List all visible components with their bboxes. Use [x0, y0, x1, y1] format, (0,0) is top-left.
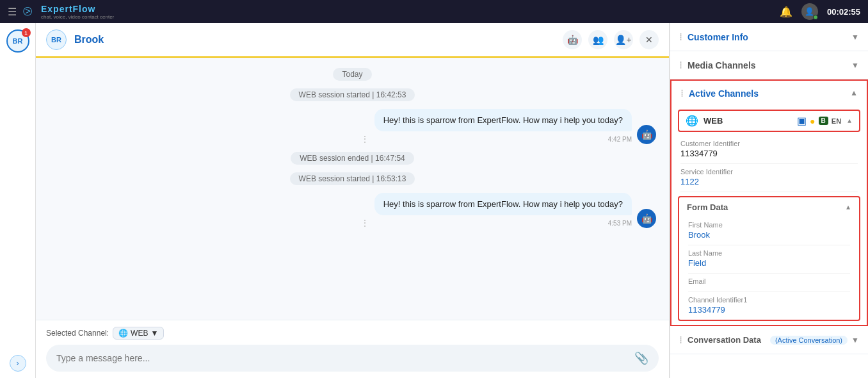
channel-id-value: 11334779	[688, 305, 850, 315]
bell-icon[interactable]: 🔔	[780, 6, 792, 18]
email-label: Email	[688, 277, 850, 285]
email-block: Email	[679, 274, 859, 292]
bot-avatar-1: 🤖	[637, 125, 656, 144]
customer-info-section: ⁞ Customer Info ▼	[670, 23, 868, 51]
media-channels-title: Media Channels	[687, 60, 756, 70]
channel-dropdown-icon[interactable]: ▼	[150, 329, 158, 338]
session-label-2: WEB session ended | 16:47:54	[291, 152, 414, 165]
bot-icon-button[interactable]: 🤖	[563, 30, 582, 49]
channel-selector: Selected Channel: 🌐 WEB ▼	[46, 327, 659, 340]
channel-id-label: Channel Identifier1	[688, 296, 850, 304]
message-bubble-2: Hey! this is sparrow from ExpertFlow. Ho…	[374, 193, 632, 215]
active-channels-title: Active Channels	[689, 88, 759, 99]
service-identifier-label: Service Identifier	[680, 168, 858, 176]
message-row-1: ⋮ Hey! this is sparrow from ExpertFlow. …	[49, 109, 656, 144]
message-input[interactable]	[56, 353, 628, 363]
topnav: ☰ ⧁ ExpertFlow chat, voice, video contac…	[0, 0, 868, 23]
left-sidebar: BR 1 ›	[0, 23, 36, 378]
web-channel-label: WEB	[703, 116, 792, 126]
message-row-2: ⋮ Hey! this is sparrow from ExpertFlow. …	[49, 193, 656, 228]
message-menu-icon-1[interactable]: ⋮	[360, 134, 369, 144]
conversation-data-title: Conversation Data	[687, 335, 761, 345]
drag-dots-icon-3: ⁞	[680, 87, 684, 99]
date-label: Today	[333, 68, 371, 81]
web-channel-chevron-icon: ▼	[846, 117, 853, 125]
agent-badge[interactable]: BR 1	[6, 29, 29, 53]
active-channels-chevron-icon: ▼	[850, 89, 858, 98]
add-person-icon-button[interactable]: 👤+	[614, 30, 633, 49]
customer-info-chevron-icon: ▼	[851, 33, 859, 42]
last-name-label: Last Name	[688, 249, 850, 257]
form-data-chevron-icon: ▼	[845, 203, 851, 212]
session-timer: 00:02:55	[827, 7, 860, 17]
brand-sub: chat, voice, video contact center	[41, 14, 114, 20]
customer-info-header[interactable]: ⁞ Customer Info ▼	[670, 23, 868, 51]
media-channels-chevron-icon: ▼	[851, 61, 859, 70]
conversation-data-section: ⁞ Conversation Data (Active Conversation…	[670, 326, 868, 354]
notification-badge: 1	[22, 28, 31, 37]
conversation-data-badge: (Active Conversation)	[770, 336, 848, 345]
chat-input-bar: Selected Channel: 🌐 WEB ▼ 📎	[36, 320, 669, 378]
service-identifier-block: Service Identifier 1122	[671, 164, 867, 192]
collapse-sidebar-button[interactable]: ›	[10, 355, 26, 372]
web-channel-row[interactable]: 🌐 WEB ▣ ● B EN ▼	[678, 110, 860, 132]
customer-identifier-value: 11334779	[680, 149, 858, 158]
web-channel-icons: ▣ ● B EN	[797, 115, 841, 127]
divider-2	[680, 192, 858, 192]
form-data-section: Form Data ▼ First Name Brook Last Name F…	[678, 196, 860, 321]
conversation-data-header[interactable]: ⁞ Conversation Data (Active Conversation…	[670, 326, 868, 354]
active-channels-section: ⁞ Active Channels ▼ 🌐 WEB ▣ ● B EN ▼ C	[670, 79, 868, 326]
message-bubble-1: Hey! this is sparrow from ExpertFlow. Ho…	[374, 109, 632, 131]
channel-id-block: Channel Identifier1 11334779	[679, 292, 859, 320]
chat-header-actions: 🤖 👥 👤+ ✕	[563, 30, 659, 49]
session-label-1: WEB session started | 16:42:53	[290, 88, 415, 101]
media-channels-section: ⁞ Media Channels ▼	[670, 51, 868, 79]
message-time-2: 4:53 PM	[608, 220, 632, 227]
active-channels-header[interactable]: ⁞ Active Channels ▼	[671, 81, 867, 106]
channel-badge[interactable]: 🌐 WEB ▼	[113, 327, 164, 340]
form-data-title: Form Data	[687, 202, 728, 212]
drag-dots-icon-4: ⁞	[679, 334, 682, 346]
first-name-label: First Name	[688, 221, 850, 229]
channel-name: WEB	[131, 329, 148, 338]
form-data-header[interactable]: Form Data ▼	[679, 197, 859, 217]
chat-header: BR Brook 🤖 👥 👤+ ✕	[36, 23, 669, 58]
last-name-value: Field	[688, 258, 850, 268]
close-chat-button[interactable]: ✕	[639, 30, 659, 49]
globe-icon: 🌐	[118, 329, 128, 338]
customer-info-title: Customer Info	[687, 32, 748, 42]
online-indicator	[813, 15, 818, 20]
lang-badge: EN	[832, 117, 841, 125]
service-identifier-value: 1122	[680, 177, 858, 186]
drag-dots-icon: ⁞	[679, 31, 682, 43]
chat-messages: Today WEB session started | 16:42:53 ⋮ H…	[36, 58, 669, 320]
monitor-icon: ▣	[797, 115, 807, 127]
avatar[interactable]: 👤	[801, 3, 818, 20]
customer-identifier-block: Customer Identifier 11334779	[671, 136, 867, 163]
hamburger-icon[interactable]: ☰	[8, 6, 17, 18]
chrome-icon: ●	[810, 116, 815, 126]
chat-contact-name: Brook	[74, 34, 555, 45]
agent-initials: BR	[13, 37, 23, 45]
group-icon-button[interactable]: 👥	[588, 30, 607, 49]
web-globe-icon: 🌐	[686, 115, 698, 127]
first-name-value: Brook	[688, 230, 850, 240]
bot-avatar-2: 🤖	[637, 209, 656, 228]
media-channels-header[interactable]: ⁞ Media Channels ▼	[670, 51, 868, 79]
brand-name: ExpertFlow	[41, 4, 114, 14]
chat-area: BR Brook 🤖 👥 👤+ ✕ Today WEB session star…	[36, 23, 670, 378]
last-name-block: Last Name Field	[679, 245, 859, 273]
brand-dots-icon: ⧁	[23, 5, 32, 19]
attach-icon[interactable]: 📎	[634, 351, 648, 365]
right-panel: ⁞ Customer Info ▼ ⁞ Media Channels ▼ ⁞	[670, 23, 868, 378]
chat-header-avatar: BR	[46, 29, 67, 50]
first-name-block: First Name Brook	[679, 217, 859, 245]
main-content: BR 1 › BR Brook 🤖 👥 👤+ ✕ Today WEB	[0, 23, 868, 378]
customer-identifier-label: Customer Identifier	[680, 140, 858, 147]
message-input-row: 📎	[46, 345, 659, 372]
brand: ExpertFlow chat, voice, video contact ce…	[41, 4, 114, 20]
message-menu-icon-2[interactable]: ⋮	[360, 218, 369, 228]
session-label-3: WEB session started | 16:53:13	[290, 172, 415, 185]
conversation-data-chevron-icon: ▼	[851, 336, 859, 345]
b-icon: B	[819, 117, 828, 125]
